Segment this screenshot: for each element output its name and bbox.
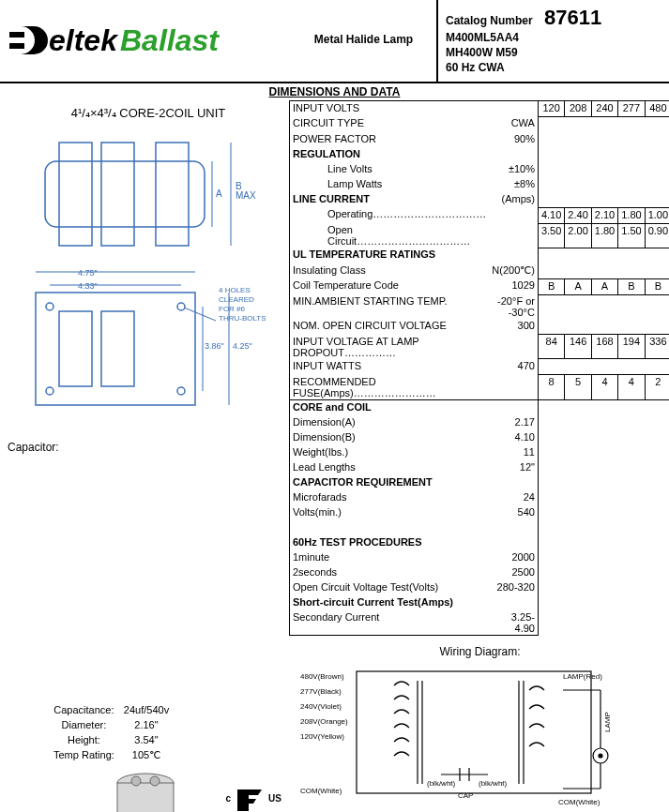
svg-rect-14	[59, 311, 92, 386]
svg-text:480V(Brown): 480V(Brown)	[300, 672, 344, 681]
svg-text:LAMP(Red): LAMP(Red)	[563, 672, 602, 681]
svg-text:4.75": 4.75"	[78, 268, 98, 278]
content-row: 4¹/₄×4³/₄ CORE-2COIL UNIT A B MAX 4.75" …	[0, 100, 669, 636]
catalog-number: 87611	[544, 6, 601, 29]
svg-point-12	[46, 387, 53, 395]
svg-rect-30	[117, 783, 174, 812]
wiring-title: Wiring Diagram:	[291, 645, 669, 658]
section-title: DIMENSIONS AND DATA	[0, 83, 669, 100]
catalog-block: Catalog Number 87611 M400ML5AA4 MH400W M…	[438, 0, 669, 82]
svg-text:3.86": 3.86"	[205, 341, 224, 351]
data-column: INPUT VOLTS 120208240277480 CIRCUIT TYPE…	[289, 100, 669, 636]
brand-logo: eltek Ballast	[0, 0, 291, 82]
svg-text:(blk/wht): (blk/wht)	[427, 779, 456, 788]
svg-text:4.25": 4.25"	[233, 341, 252, 351]
svg-text:CLEARED: CLEARED	[219, 295, 254, 304]
svg-text:240V(Violet): 240V(Violet)	[300, 702, 342, 711]
header: eltek Ballast Metal Halide Lamp Catalog …	[0, 0, 669, 83]
capacitor-specs: Capacitance:24uf/540v Diameter:2.16" Hei…	[52, 701, 178, 764]
svg-rect-15	[101, 311, 134, 386]
capacitor-icon	[103, 764, 188, 812]
svg-rect-2	[101, 143, 134, 246]
wiring-block: Wiring Diagram: 480V(Brown) 277V	[291, 645, 669, 812]
svg-point-33	[150, 776, 160, 786]
svg-text:CAP: CAP	[458, 791, 473, 800]
svg-text:THRU-BOLTS: THRU-BOLTS	[219, 314, 266, 323]
svg-point-10	[46, 303, 53, 310]
model-line1: M400ML5AA4	[446, 30, 661, 45]
logo-text-ballast: Ballast	[120, 23, 219, 58]
svg-text:A: A	[216, 188, 222, 199]
svg-text:120V(Yellow): 120V(Yellow)	[300, 732, 344, 741]
diagram-column: 4¹/₄×4³/₄ CORE-2COIL UNIT A B MAX 4.75" …	[0, 100, 289, 636]
core-top-diagram: A B MAX	[8, 124, 289, 264]
spec-table: INPUT VOLTS 120208240277480 CIRCUIT TYPE…	[289, 100, 669, 636]
svg-text:277V(Black): 277V(Black)	[300, 687, 342, 696]
svg-text:FOR #6: FOR #6	[219, 305, 246, 313]
catalog-label: Catalog Number	[446, 14, 533, 27]
core-mounting-diagram: 4.75" 4.33" 3.86" 4.25" 4 HOLES CLEARED …	[8, 264, 289, 433]
svg-rect-0	[45, 161, 205, 227]
svg-line-28	[184, 308, 216, 321]
wiring-diagram: 480V(Brown) 277V(Black) 240V(Violet) 208…	[291, 662, 647, 812]
svg-text:4 HOLES: 4 HOLES	[219, 286, 251, 294]
lamp-type: Metal Halide Lamp	[291, 0, 438, 82]
svg-point-32	[131, 776, 141, 786]
capacitor-label: Capacitor:	[8, 441, 289, 454]
svg-rect-1	[59, 143, 92, 246]
svg-text:LAMP: LAMP	[603, 712, 612, 732]
svg-point-42	[599, 754, 602, 758]
svg-text:COM(White): COM(White)	[300, 787, 342, 795]
model-line2: MH400W M59	[446, 45, 661, 60]
svg-text:MAX: MAX	[236, 190, 256, 201]
bottom-row: Capacitance:24uf/540v Diameter:2.16" Hei…	[0, 645, 669, 812]
svg-point-11	[177, 303, 185, 310]
svg-text:(blk/wht): (blk/wht)	[479, 779, 508, 788]
ul-listed-mark: c US	[206, 786, 281, 812]
svg-text:208V(Orange): 208V(Orange)	[300, 717, 348, 726]
svg-rect-3	[156, 143, 189, 246]
logo-text-eltek: eltek	[49, 23, 117, 58]
svg-point-13	[177, 387, 185, 395]
model-line3: 60 Hz CWA	[446, 60, 661, 75]
svg-text:COM(White): COM(White)	[558, 798, 601, 806]
svg-text:4.33": 4.33"	[78, 281, 98, 291]
core-unit-title: 4¹/₄×4³/₄ CORE-2COIL UNIT	[8, 106, 289, 120]
